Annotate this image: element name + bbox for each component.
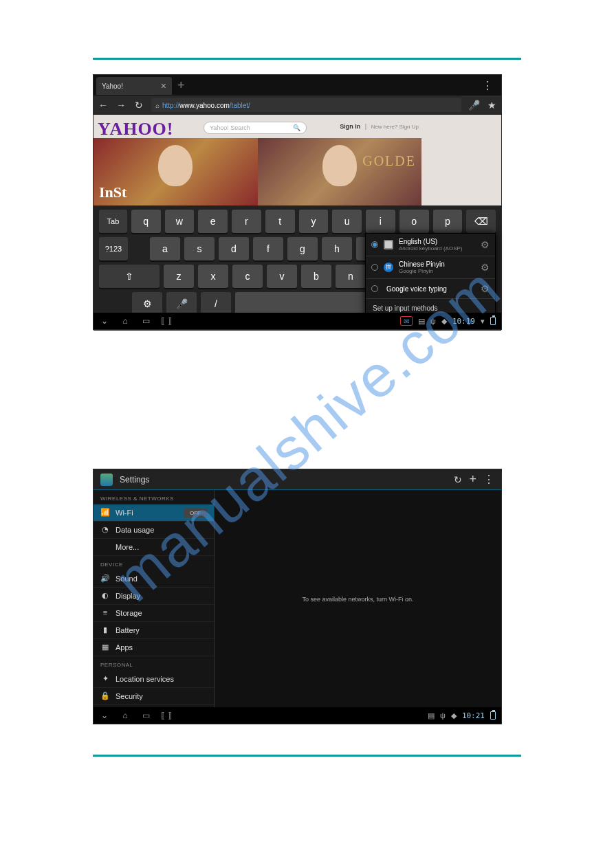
golden-text: GOLDE bbox=[362, 153, 416, 169]
key-b[interactable]: b bbox=[301, 265, 331, 288]
ime-title: Chinese Pinyin bbox=[399, 260, 445, 268]
sliders-icon[interactable]: ⚙ bbox=[481, 239, 490, 250]
wifi-toggle[interactable]: OFF bbox=[184, 508, 207, 518]
key-slash[interactable]: / bbox=[201, 292, 231, 315]
pinyin-icon: 拼 bbox=[384, 263, 393, 272]
reload-icon[interactable]: ↻ bbox=[133, 100, 144, 111]
sliders-icon[interactable]: ⚙ bbox=[481, 262, 490, 273]
sidebar-item-battery[interactable]: ▮Battery bbox=[94, 622, 214, 639]
key-z[interactable]: z bbox=[164, 265, 194, 288]
location-icon: ✦ bbox=[100, 674, 110, 684]
nav-back-icon[interactable]: ⌄ bbox=[99, 316, 110, 326]
key-p[interactable]: p bbox=[433, 210, 463, 233]
nav-resize-icon[interactable]: ⟦ ⟧ bbox=[161, 711, 172, 720]
signin-link[interactable]: Sign In bbox=[340, 123, 360, 130]
key-c[interactable]: c bbox=[232, 265, 263, 288]
forward-icon[interactable]: → bbox=[116, 100, 127, 111]
sidebar-item-wifi[interactable]: 📶 Wi-Fi OFF bbox=[94, 504, 214, 522]
nav-back-icon[interactable]: ⌄ bbox=[99, 711, 110, 720]
bookmark-icon[interactable]: ★ bbox=[486, 100, 497, 111]
yahoo-logo[interactable]: YAHOO! bbox=[98, 119, 174, 140]
ime-subtitle: Android keyboard (AOSP) bbox=[399, 245, 463, 252]
ime-picker: English (US)Android keyboard (AOSP) ⚙ 拼 … bbox=[365, 233, 496, 318]
key-d[interactable]: d bbox=[219, 237, 249, 260]
signup-link[interactable]: New here? Sign Up bbox=[371, 124, 419, 130]
browser-tab[interactable]: Yahoo! × bbox=[96, 77, 172, 95]
ime-option-voice[interactable]: Google voice typing ⚙ bbox=[366, 279, 495, 299]
search-icon[interactable]: 🔍 bbox=[293, 124, 300, 131]
nav-resize-icon[interactable]: ⟦ ⟧ bbox=[161, 316, 172, 326]
settings-sidebar: WIRELESS & NETWORKS 📶 Wi-Fi OFF ◔Data us… bbox=[94, 490, 214, 709]
item-label: Display bbox=[116, 592, 140, 600]
key-t[interactable]: t bbox=[265, 210, 295, 233]
key-y[interactable]: y bbox=[299, 210, 329, 233]
overflow-icon[interactable]: ⋮ bbox=[483, 473, 494, 486]
sidebar-item-apps[interactable]: ▦Apps bbox=[94, 639, 214, 656]
url-input[interactable]: ⌕ http://www.yahoo.com/tablet/ bbox=[151, 98, 461, 112]
key-w[interactable]: w bbox=[165, 210, 195, 233]
back-icon[interactable]: ← bbox=[98, 100, 109, 111]
lock-icon: 🔒 bbox=[100, 691, 110, 701]
key-tab[interactable]: Tab bbox=[99, 210, 127, 233]
item-label: Storage bbox=[116, 609, 142, 617]
clock[interactable]: 10:19 bbox=[452, 317, 475, 326]
usb-icon: ψ bbox=[430, 317, 436, 325]
nav-home-icon[interactable]: ⌂ bbox=[120, 316, 131, 326]
key-o[interactable]: o bbox=[399, 210, 429, 233]
sidebar-item-security[interactable]: 🔒Security bbox=[94, 688, 214, 705]
key-x[interactable]: x bbox=[198, 265, 228, 288]
sidebar-item-display[interactable]: ◐Display bbox=[94, 588, 214, 605]
key-backspace[interactable]: ⌫ bbox=[466, 210, 496, 233]
close-icon[interactable]: × bbox=[161, 80, 166, 91]
nav-recent-icon[interactable]: ▭ bbox=[140, 316, 151, 326]
key-settings[interactable]: ⚙ bbox=[132, 292, 162, 315]
item-label: More... bbox=[116, 543, 139, 551]
mail-icon[interactable]: ✉ bbox=[400, 316, 413, 326]
refresh-icon[interactable]: ↻ bbox=[454, 474, 462, 485]
key-e[interactable]: e bbox=[198, 210, 228, 233]
nav-recent-icon[interactable]: ▭ bbox=[140, 711, 151, 720]
hero-banner[interactable]: InSt GOLDE bbox=[94, 138, 421, 205]
sidebar-item-data[interactable]: ◔Data usage bbox=[94, 522, 214, 539]
search-placeholder: Yahoo! Search bbox=[210, 124, 250, 131]
clock[interactable]: 10:21 bbox=[462, 711, 485, 720]
key-r[interactable]: r bbox=[232, 210, 261, 233]
sidebar-item-storage[interactable]: ≡Storage bbox=[94, 605, 214, 622]
ime-option-english[interactable]: English (US)Android keyboard (AOSP) ⚙ bbox=[366, 234, 495, 256]
system-bar: ⌄ ⌂ ▭ ⟦ ⟧ ✉ ▤ ψ ◆ 10:19 ▾ bbox=[94, 313, 501, 329]
photo-person bbox=[322, 145, 357, 186]
key-shift[interactable]: ⇧ bbox=[99, 265, 160, 288]
search-input[interactable]: Yahoo! Search 🔍 bbox=[204, 122, 307, 134]
key-i[interactable]: i bbox=[366, 210, 395, 233]
add-icon[interactable]: + bbox=[469, 472, 476, 487]
key-q[interactable]: q bbox=[131, 210, 161, 233]
instyle-logo: InSt bbox=[99, 183, 127, 201]
key-symbols[interactable]: ?123 bbox=[99, 237, 128, 260]
sidebar-item-more[interactable]: More... bbox=[94, 539, 214, 556]
item-label: Apps bbox=[116, 643, 133, 652]
key-a[interactable]: a bbox=[150, 237, 180, 260]
new-tab-icon[interactable]: + bbox=[177, 78, 185, 93]
ime-option-pinyin[interactable]: 拼 Chinese PinyinGoogle Pinyin ⚙ bbox=[366, 256, 495, 279]
sidebar-item-location[interactable]: ✦Location services bbox=[94, 671, 214, 688]
apps-icon: ▦ bbox=[100, 643, 110, 652]
sliders-icon[interactable]: ⚙ bbox=[481, 283, 490, 294]
nav-home-icon[interactable]: ⌂ bbox=[120, 711, 131, 720]
key-g[interactable]: g bbox=[287, 237, 318, 260]
divider-top bbox=[93, 58, 521, 60]
screenshot-browser-keyboard: Yahoo! × + ⋮ ← → ↻ ⌕ http://www.yahoo.co… bbox=[93, 74, 502, 330]
page-content: YAHOO! Yahoo! Search 🔍 Sign In | New her… bbox=[94, 115, 501, 205]
category-device: DEVICE bbox=[94, 556, 214, 570]
sound-icon: 🔊 bbox=[100, 574, 110, 583]
key-h[interactable]: h bbox=[322, 237, 352, 260]
key-v[interactable]: v bbox=[267, 265, 297, 288]
overflow-icon[interactable]: ⋮ bbox=[482, 79, 493, 92]
sidebar-item-sound[interactable]: 🔊Sound bbox=[94, 570, 214, 588]
key-mic[interactable]: 🎤 bbox=[166, 292, 197, 315]
url-host: www.yahoo.com bbox=[179, 102, 230, 109]
mic-icon[interactable]: 🎤 bbox=[468, 100, 479, 111]
key-f[interactable]: f bbox=[253, 237, 283, 260]
key-n[interactable]: n bbox=[336, 265, 366, 288]
key-u[interactable]: u bbox=[332, 210, 362, 233]
key-s[interactable]: s bbox=[184, 237, 215, 260]
